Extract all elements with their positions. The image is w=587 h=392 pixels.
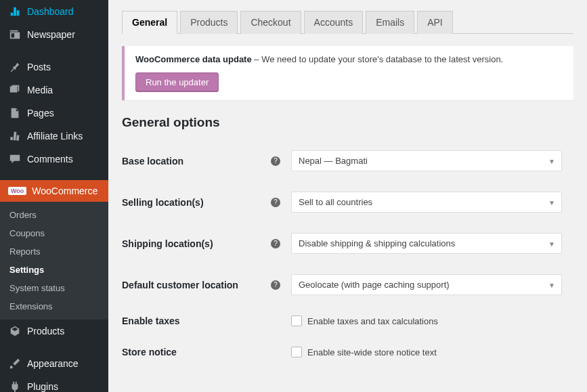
- sidebar-item-label: Pages: [27, 108, 54, 118]
- label-default-customer-location: Default customer location: [122, 280, 271, 290]
- sidebar-item-appearance[interactable]: Appearance: [0, 352, 108, 375]
- woo-icon: Woo: [8, 187, 26, 195]
- sidebar-item-media[interactable]: Media: [0, 79, 108, 102]
- notice-text: WooCommerce data update – We need to upd…: [135, 54, 563, 64]
- sidebar-item-newspaper[interactable]: Newspaper: [0, 23, 108, 46]
- sidebar-item-woocommerce[interactable]: Woo WooCommerce: [0, 180, 108, 202]
- submenu-system-status[interactable]: System status: [0, 279, 108, 297]
- sidebar-item-pages[interactable]: Pages: [0, 102, 108, 125]
- sidebar-item-label: Affiliate Links: [27, 131, 83, 141]
- select-selling-locations[interactable]: Sell to all countries: [291, 192, 562, 213]
- help-icon[interactable]: ?: [271, 156, 280, 166]
- checkbox-enable-taxes[interactable]: [291, 315, 302, 326]
- sidebar-item-label: Comments: [27, 154, 73, 165]
- media-icon: [8, 84, 22, 96]
- sidebar-item-posts[interactable]: Posts: [0, 56, 108, 79]
- sidebar-item-products[interactable]: Products: [0, 320, 108, 343]
- settings-tabs: General Products Checkout Accounts Email…: [122, 11, 573, 34]
- row-shipping-locations: Shipping location(s) ? Disable shipping …: [122, 233, 573, 254]
- tab-checkout[interactable]: Checkout: [240, 11, 301, 34]
- tab-api[interactable]: API: [417, 11, 453, 34]
- sidebar-item-label: Appearance: [27, 358, 79, 369]
- row-selling-locations: Selling location(s) ? Sell to all countr…: [122, 192, 573, 213]
- sidebar-item-label: Dashboard: [27, 6, 74, 17]
- newspaper-icon: [8, 28, 22, 41]
- label-store-notice: Store notice: [122, 347, 271, 357]
- row-store-notice: Store notice Enable site-wide store noti…: [122, 347, 573, 357]
- dashboard-icon: [8, 5, 22, 18]
- label-enable-taxes: Enable taxes: [122, 315, 271, 326]
- product-icon: [8, 325, 22, 337]
- notice-body: We need to update your store's database …: [261, 54, 503, 64]
- main-content: General Products Checkout Accounts Email…: [108, 0, 587, 392]
- section-title: General options: [122, 115, 573, 130]
- select-base-location[interactable]: Nepal — Bagmati: [291, 150, 562, 171]
- sidebar-item-label: Media: [27, 85, 53, 95]
- sidebar-item-plugins[interactable]: Plugins: [0, 375, 108, 392]
- pin-icon: [8, 61, 22, 73]
- checkbox-label-notice: Enable site-wide store notice text: [307, 347, 437, 357]
- tab-accounts[interactable]: Accounts: [304, 11, 364, 34]
- help-icon[interactable]: ?: [271, 280, 280, 290]
- sidebar-item-comments[interactable]: Comments: [0, 148, 108, 171]
- submenu-orders[interactable]: Orders: [0, 206, 108, 224]
- tab-general[interactable]: General: [122, 11, 177, 34]
- comment-icon: [8, 153, 22, 165]
- label-shipping-locations: Shipping location(s): [122, 238, 271, 249]
- help-icon[interactable]: ?: [271, 239, 280, 248]
- checkbox-store-notice[interactable]: [291, 347, 302, 357]
- submenu-extensions[interactable]: Extensions: [0, 297, 108, 315]
- select-default-customer-location[interactable]: Geolocate (with page caching support): [291, 274, 562, 295]
- brush-icon: [8, 357, 22, 370]
- sidebar-item-dashboard[interactable]: Dashboard: [0, 0, 108, 23]
- checkbox-label-taxes: Enable taxes and tax calculations: [307, 316, 438, 326]
- submenu-settings[interactable]: Settings: [0, 261, 108, 279]
- label-selling-locations: Selling location(s): [122, 197, 271, 208]
- update-notice: WooCommerce data update – We need to upd…: [122, 46, 573, 100]
- plug-icon: [8, 380, 22, 392]
- submenu-reports[interactable]: Reports: [0, 242, 108, 261]
- tab-products[interactable]: Products: [180, 11, 238, 34]
- links-icon: [8, 130, 22, 142]
- row-base-location: Base location ? Nepal — Bagmati ▼: [122, 150, 573, 171]
- help-icon[interactable]: ?: [271, 198, 280, 207]
- tab-emails[interactable]: Emails: [366, 11, 414, 34]
- select-shipping-locations[interactable]: Disable shipping & shipping calculations: [291, 233, 562, 254]
- sidebar-item-label: WooCommerce: [32, 186, 97, 196]
- row-default-customer-location: Default customer location ? Geolocate (w…: [122, 274, 573, 295]
- label-base-location: Base location: [122, 156, 271, 167]
- run-updater-button[interactable]: Run the updater: [135, 72, 219, 92]
- row-enable-taxes: Enable taxes Enable taxes and tax calcul…: [122, 315, 573, 326]
- sidebar-item-affiliate[interactable]: Affiliate Links: [0, 125, 108, 148]
- woocommerce-submenu: Orders Coupons Reports Settings System s…: [0, 202, 108, 320]
- sidebar-item-label: Posts: [27, 62, 51, 72]
- submenu-coupons[interactable]: Coupons: [0, 224, 108, 242]
- page-icon: [8, 107, 22, 119]
- sidebar-item-label: Newspaper: [27, 29, 75, 40]
- admin-sidebar: Dashboard Newspaper Posts Media Pages Af…: [0, 0, 108, 392]
- notice-strong: WooCommerce data update: [135, 54, 252, 64]
- sidebar-item-label: Plugins: [27, 381, 58, 392]
- sidebar-item-label: Products: [27, 326, 64, 336]
